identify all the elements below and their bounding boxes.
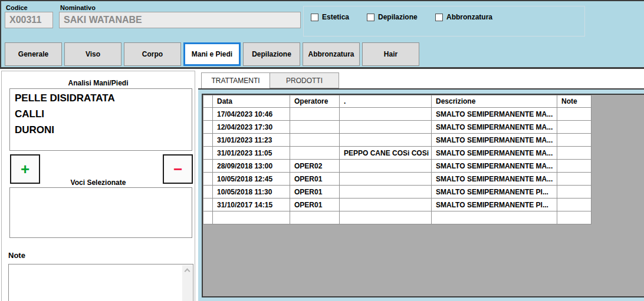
- table-cell[interactable]: [290, 108, 340, 121]
- analisi-item[interactable]: PELLE DISIDRATATA: [15, 90, 187, 106]
- column-header-selector[interactable]: [203, 95, 213, 108]
- row-selector-cell[interactable]: [203, 147, 213, 160]
- row-selector-cell[interactable]: [203, 160, 213, 173]
- voci-selezionate-listbox[interactable]: [9, 187, 192, 238]
- column-header-.[interactable]: .: [340, 95, 432, 108]
- table-cell[interactable]: [557, 108, 592, 121]
- analisi-item[interactable]: CALLI: [15, 106, 187, 122]
- table-cell[interactable]: SMALTO SEMIPERMANENTE PI...: [432, 199, 557, 211]
- column-header-Data[interactable]: Data: [213, 95, 290, 108]
- column-header-Descrizione[interactable]: Descrizione: [432, 95, 557, 108]
- nav-button-abbronzatura[interactable]: Abbronzatura: [303, 42, 360, 66]
- table-cell[interactable]: OPER01: [290, 199, 340, 211]
- checkbox-icon[interactable]: [367, 14, 374, 21]
- checkbox-icon[interactable]: [311, 14, 318, 21]
- column-header-Note[interactable]: Note: [557, 95, 592, 108]
- table-row[interactable]: 31/01/2023 11:23 SMALTO SEMIPERMANENTE M…: [203, 134, 592, 147]
- table-cell[interactable]: [340, 160, 432, 173]
- table-cell[interactable]: PEPPO CANE COSi COSi: [340, 147, 432, 160]
- table-cell[interactable]: [557, 173, 592, 186]
- table-row[interactable]: 10/05/2018 11:30OPER01 SMALTO SEMIPERMAN…: [203, 186, 592, 199]
- table-cell[interactable]: [340, 121, 432, 134]
- row-selector-cell[interactable]: [203, 121, 213, 134]
- table-cell[interactable]: [290, 121, 340, 134]
- table-cell[interactable]: OPER01: [290, 173, 340, 186]
- table-row[interactable]: [203, 211, 592, 224]
- table-cell[interactable]: [340, 186, 432, 199]
- table-cell[interactable]: [557, 199, 592, 211]
- scroll-up-icon[interactable]: [185, 269, 190, 274]
- table-cell[interactable]: [557, 160, 592, 173]
- nav-button-depilazione[interactable]: Depilazione: [243, 42, 300, 66]
- table-cell[interactable]: [557, 147, 592, 160]
- analisi-item[interactable]: DURONI: [15, 122, 187, 138]
- column-header-Operatore[interactable]: Operatore: [290, 95, 340, 108]
- section-button-row: GeneraleVisoCorpoMani e PiediDepilazione…: [5, 42, 419, 66]
- nav-button-generale[interactable]: Generale: [5, 42, 62, 66]
- table-cell[interactable]: [340, 108, 432, 121]
- table-cell[interactable]: SMALTO SEMIPERMANENTE PI...: [432, 186, 557, 199]
- table-cell[interactable]: [432, 211, 557, 224]
- table-row[interactable]: 12/04/2023 17:30 SMALTO SEMIPERMANENTE M…: [203, 121, 592, 134]
- tab-prodotti[interactable]: PRODOTTI: [270, 72, 339, 88]
- checkbox-depilazione[interactable]: Depilazione: [367, 13, 418, 21]
- table-row[interactable]: 10/05/2018 12:45OPER01 SMALTO SEMIPERMAN…: [203, 173, 592, 186]
- table-cell[interactable]: SMALTO SEMIPERMANENTE MA...: [432, 121, 557, 134]
- nominativo-field[interactable]: SAKI WATANABE: [59, 12, 301, 28]
- table-cell[interactable]: 31/10/2017 14:15: [213, 199, 290, 211]
- table-cell[interactable]: [213, 211, 290, 224]
- row-selector-cell[interactable]: [203, 186, 213, 199]
- table-cell[interactable]: SMALTO SEMIPERMANENTE MA...: [432, 160, 557, 173]
- codice-field[interactable]: X00311: [5, 12, 53, 28]
- table-cell[interactable]: SMALTO SEMIPERMANENTE MA...: [432, 147, 557, 160]
- table-cell[interactable]: SMALTO SEMIPERMANENTE MA...: [432, 173, 557, 186]
- table-cell[interactable]: [340, 173, 432, 186]
- row-selector-cell[interactable]: [203, 108, 213, 121]
- checkbox-estetica[interactable]: Estetica: [311, 13, 349, 21]
- table-cell[interactable]: [557, 186, 592, 199]
- top-bar: Codice X00311 Nominativo SAKI WATANABE E…: [0, 0, 644, 69]
- nav-button-viso[interactable]: Viso: [64, 42, 121, 66]
- table-row[interactable]: 17/04/2023 10:46 SMALTO SEMIPERMANENTE M…: [203, 108, 592, 121]
- nav-button-hair[interactable]: Hair: [362, 42, 419, 66]
- row-selector-cell[interactable]: [203, 134, 213, 147]
- table-cell[interactable]: [290, 134, 340, 147]
- nav-button-corpo[interactable]: Corpo: [124, 42, 181, 66]
- table-cell[interactable]: OPER02: [290, 160, 340, 173]
- table-cell[interactable]: 10/05/2018 11:30: [213, 186, 290, 199]
- treatments-table[interactable]: DataOperatore.DescrizioneNote 17/04/2023…: [203, 95, 592, 224]
- table-cell[interactable]: 28/09/2018 13:00: [213, 160, 290, 173]
- table-cell[interactable]: SMALTO SEMIPERMANENTE MA...: [432, 134, 557, 147]
- table-cell[interactable]: [557, 211, 592, 224]
- tab-trattamenti[interactable]: TRATTAMENTI: [201, 72, 270, 88]
- table-cell[interactable]: [340, 134, 432, 147]
- table-cell[interactable]: SMALTO SEMIPERMANENTE MA...: [432, 108, 557, 121]
- row-selector-cell[interactable]: [203, 199, 213, 211]
- note-scrollbar[interactable]: [182, 265, 192, 301]
- table-cell[interactable]: [340, 199, 432, 211]
- table-cell[interactable]: [290, 147, 340, 160]
- table-cell[interactable]: 17/04/2023 10:46: [213, 108, 290, 121]
- checkbox-icon[interactable]: [435, 14, 443, 21]
- table-cell[interactable]: 31/01/2023 11:23: [213, 134, 290, 147]
- right-tabs: TRATTAMENTIPRODOTTI: [201, 72, 339, 88]
- row-selector-cell[interactable]: [203, 211, 213, 224]
- table-row[interactable]: 31/01/2023 11:05 PEPPO CANE COSi COSiSMA…: [203, 147, 592, 160]
- table-row[interactable]: 31/10/2017 14:15OPER01 SMALTO SEMIPERMAN…: [203, 199, 592, 211]
- checkbox-abbronzatura[interactable]: Abbronzatura: [435, 13, 492, 21]
- table-row[interactable]: 28/09/2018 13:00OPER02 SMALTO SEMIPERMAN…: [203, 160, 592, 173]
- table-cell[interactable]: [557, 134, 592, 147]
- checkbox-depilazione-label: Depilazione: [378, 13, 418, 21]
- nav-button-mani-e-piedi[interactable]: Mani e Piedi: [183, 42, 241, 66]
- table-cell[interactable]: OPER01: [290, 186, 340, 199]
- row-selector-cell[interactable]: [203, 173, 213, 186]
- note-textarea[interactable]: [8, 264, 193, 301]
- table-cell[interactable]: 31/01/2023 11:05: [213, 147, 290, 160]
- table-cell[interactable]: 10/05/2018 12:45: [213, 173, 290, 186]
- table-cell[interactable]: [557, 121, 592, 134]
- nominativo-label: Nominativo: [60, 4, 96, 11]
- table-cell[interactable]: [340, 211, 432, 224]
- table-cell[interactable]: 12/04/2023 17:30: [213, 121, 290, 134]
- table-cell[interactable]: [290, 211, 340, 224]
- analisi-listbox[interactable]: PELLE DISIDRATATACALLIDURONI: [9, 88, 192, 151]
